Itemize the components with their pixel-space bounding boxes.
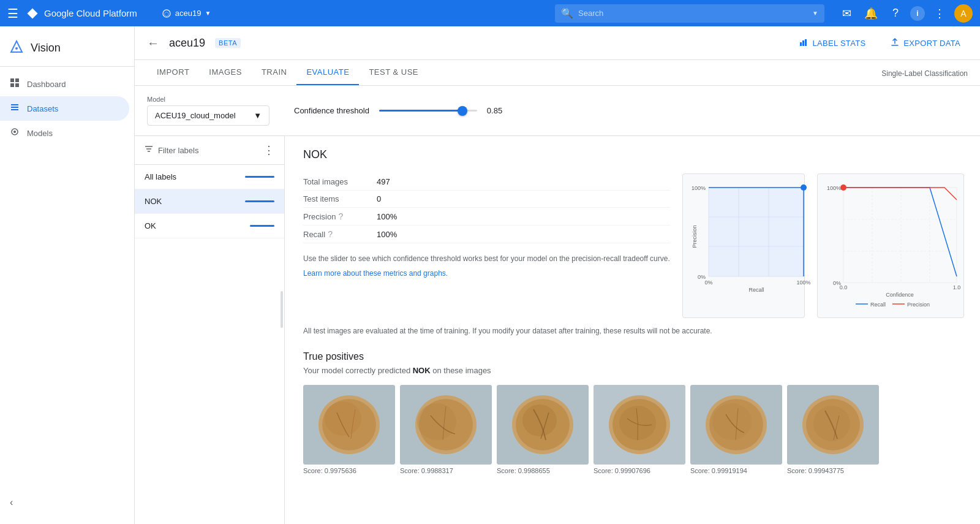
app-logo: Google Cloud Platform [26,7,137,20]
image-card-3: Score: 0.99907696 [594,385,685,474]
image-score-0: Score: 0.9975636 [303,467,395,474]
model-select[interactable]: ACEU19_cloud_model ▼ [147,105,270,126]
tab-import[interactable]: IMPORT [147,60,199,85]
image-thumb-2[interactable] [497,385,589,465]
back-button[interactable]: ← [147,36,159,50]
labels-panel: Filter labels ⋮ All labels NOK OK [135,136,285,524]
more-vert-labels-icon[interactable]: ⋮ [263,143,274,157]
image-card-0: Score: 0.9975636 [303,385,395,474]
tab-images[interactable]: IMAGES [199,60,252,85]
tabs-bar: IMPORT IMAGES TRAIN EVALUATE TEST & USE … [135,60,980,86]
image-thumb-4[interactable] [690,385,782,465]
recall-label: Recall ? [303,229,377,239]
export-data-button[interactable]: EXPORT DATA [883,34,968,53]
svg-text:Precision: Precision [692,225,698,248]
image-score-2: Score: 0.9988655 [497,467,589,474]
label-stats-button[interactable]: LABEL STATS [791,34,873,53]
info-icon[interactable]: i [910,6,925,21]
svg-text:⬡: ⬡ [164,11,169,17]
vision-icon [10,40,23,56]
top-nav: ☰ Google Cloud Platform ⬡ aceu19 ▼ 🔍 ▼ ✉… [0,0,980,26]
scroll-indicator [281,291,283,328]
search-input[interactable] [578,9,807,18]
svg-point-25 [801,184,807,191]
svg-text:Recall: Recall [748,287,764,293]
user-avatar[interactable]: A [954,4,973,23]
label-item-ok[interactable]: OK [135,214,284,238]
svg-rect-14 [800,42,802,46]
eval-note: All test images are evaluated at the tim… [303,325,962,336]
precision-help-icon[interactable]: ? [338,211,343,221]
stat-recall: Recall ? 100% [303,226,670,243]
image-card-5: Score: 0.99943775 [787,385,879,474]
image-thumb-5[interactable] [787,385,879,465]
content-panels: Filter labels ⋮ All labels NOK OK [135,136,980,524]
tab-evaluate[interactable]: EVALUATE [296,60,359,85]
sidebar: Vision Dashboard Datasets Models ‹ [0,26,135,524]
app-name: Google Cloud Platform [44,8,137,18]
label-ok-bar-container [245,225,274,227]
more-vert-icon[interactable]: ⋮ [930,4,949,23]
svg-text:Precision: Precision [907,302,930,308]
test-items-value: 0 [377,194,381,203]
svg-text:Confidence: Confidence [886,292,914,298]
label-item-all[interactable]: All labels [135,165,284,189]
learn-link[interactable]: Learn more about these metrics and graph… [303,269,448,278]
dataset-name: aceu19 [169,37,205,50]
confidence-curve-chart: 100% 0% 0.0 1.0 Confidence Recall [817,173,964,318]
sidebar-item-datasets[interactable]: Datasets [0,96,129,121]
sidebar-collapse-btn[interactable]: ‹ [0,491,23,514]
slider-thumb[interactable] [458,106,467,116]
bar-chart-icon [799,37,809,49]
models-icon [10,127,20,139]
main-wrapper: ← aceu19 BETA LABEL STATS EXPORT DATA IM… [135,26,980,524]
label-ok-name: OK [145,221,156,230]
model-value: ACEU19_cloud_model [155,111,236,120]
recall-help-icon[interactable]: ? [328,229,333,239]
datasets-icon [10,102,20,115]
precision-recall-chart: 100% 0% 0% 100% Precision Recall [682,173,805,318]
classification-label: Single-Label Classification [881,62,968,85]
hint-section: Use the slider to see which confidence t… [303,253,670,279]
tab-test-use[interactable]: TEST & USE [359,60,428,85]
svg-rect-6 [15,78,19,82]
svg-point-4 [15,47,18,50]
model-dropdown-icon: ▼ [254,111,262,120]
stat-precision: Precision ? 100% [303,208,670,226]
svg-text:1.0: 1.0 [952,284,960,290]
image-thumb-1[interactable] [400,385,492,465]
confidence-label: Confidence threshold [294,106,369,115]
stat-total-images: Total images 497 [303,173,670,191]
confidence-slider[interactable] [379,110,477,112]
tab-train[interactable]: TRAIN [252,60,297,85]
sidebar-item-dashboard[interactable]: Dashboard [0,72,129,96]
filter-label: Filter labels [158,146,258,155]
hamburger-icon[interactable]: ☰ [7,6,18,21]
nav-icons: ✉ 🔔 ? i ⋮ A [837,4,973,23]
stats-table: Total images 497 Test items 0 Precision [303,173,670,243]
help-icon[interactable]: ? [886,4,905,23]
svg-text:100%: 100% [827,185,841,191]
image-score-1: Score: 0.9988317 [400,467,492,474]
charts-col: 100% 0% 0% 100% Precision Recall [682,173,964,318]
sidebar-item-models[interactable]: Models [0,121,129,145]
email-icon[interactable]: ✉ [837,4,856,23]
true-positives-section: True positives Your model correctly pred… [303,351,962,474]
notification-icon[interactable]: 🔔 [861,4,881,23]
label-all-name: All labels [145,172,176,181]
image-card-1: Score: 0.9988317 [400,385,492,474]
precision-value: 100% [377,212,397,221]
svg-rect-5 [10,78,14,82]
model-section: Model ACEU19_cloud_model ▼ Confidence th… [135,86,980,136]
confidence-value: 0.85 [487,106,507,115]
label-item-nok[interactable]: NOK [135,189,284,214]
svg-rect-8 [15,83,19,87]
beta-badge: BETA [215,38,241,48]
project-selector[interactable]: ⬡ aceu19 ▼ [157,6,216,21]
stats-left-col: Total images 497 Test items 0 Precision [303,173,670,279]
image-score-5: Score: 0.99943775 [787,467,879,474]
image-thumb-0[interactable] [303,385,395,465]
label-nok-name: NOK [145,197,162,206]
image-thumb-3[interactable] [594,385,685,465]
search-bar[interactable]: 🔍 ▼ [555,4,824,23]
